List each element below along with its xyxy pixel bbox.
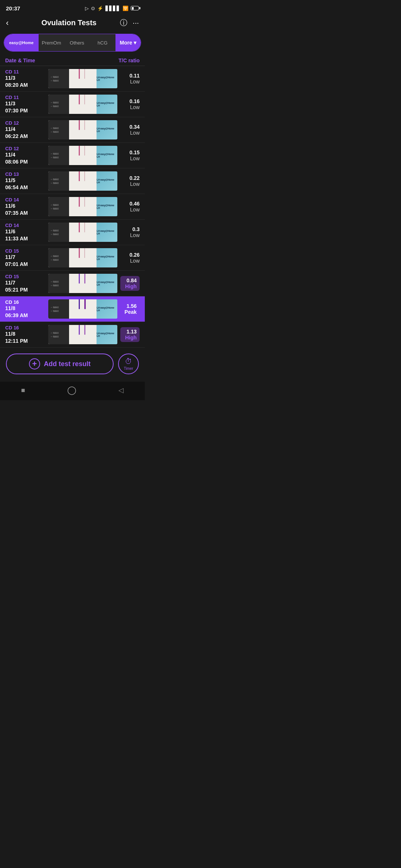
page-title: Ovulation Tests [18, 19, 120, 27]
test-row[interactable]: CD 1611/806:39 AM ←MAX ←MAX LH easy@Home… [0, 296, 145, 322]
ratio-value: 1.13 [123, 329, 137, 335]
nav-home-icon[interactable]: ◯ [67, 385, 76, 395]
timer-button[interactable]: ⏱ Timer [118, 354, 139, 374]
tab-bar: easy@Home PremOm Others hCG More ▾ [4, 34, 141, 52]
tab-more[interactable]: More ▾ [115, 34, 141, 51]
test-row[interactable]: CD 1111/307:30 PM ←MAX ←MAX LH easy@Home… [0, 92, 145, 117]
test-cd: CD 16 [5, 325, 45, 331]
test-strip-image: ←MAX ←MAX LH easy@Home LH [48, 197, 117, 216]
test-result: 0.34Low [120, 124, 140, 136]
add-test-button[interactable]: + Add test result [6, 354, 114, 374]
tab-hcg[interactable]: hCG [90, 34, 115, 51]
timer-icon: ⏱ [125, 357, 132, 366]
status-label: Low [120, 155, 140, 161]
ratio-value: 0.46 [120, 201, 140, 207]
test-strip-image: ←MAX ←MAX LH easy@Home LH [48, 171, 117, 191]
test-row[interactable]: CD 1511/707:01 AM ←MAX ←MAX LH easy@Home… [0, 245, 145, 271]
test-row-info: CD 1611/806:39 AM [5, 299, 45, 318]
test-strip-image: ←MAX ←MAX LH easy@Home LH [48, 325, 117, 344]
ratio-value: 0.34 [120, 124, 140, 130]
test-row[interactable]: CD 1211/408:06 PM ←MAX ←MAX LH easy@Home… [0, 143, 145, 168]
test-cd: CD 12 [5, 146, 45, 151]
tab-brand[interactable]: easy@Home [4, 34, 39, 51]
test-cd: CD 16 [5, 299, 45, 305]
tc-ratio-header: T/C ratio [118, 57, 140, 63]
footer: + Add test result ⏱ Timer [0, 348, 145, 382]
test-strip-image: ←MAX ←MAX LH easy@Home LH [48, 146, 117, 165]
test-datetime: 11/506:54 AM [5, 177, 45, 190]
test-row-info: CD 1511/707:01 AM [5, 248, 45, 267]
ratio-value: 1.56 [123, 303, 137, 309]
test-strip-image: ←MAX ←MAX LH easy@Home LH [48, 274, 117, 293]
test-list: CD 1111/308:20 AM ←MAX ←MAX LH easy@Home… [0, 66, 145, 348]
test-row[interactable]: CD 1411/611:33 AM ←MAX ←MAX LH easy@Home… [0, 220, 145, 245]
test-cd: CD 11 [5, 69, 45, 75]
test-strip-image: ←MAX ←MAX LH easy@Home LH [48, 120, 117, 139]
test-row-info: CD 1411/611:33 AM [5, 223, 45, 241]
test-strip-image: ←MAX ←MAX LH easy@Home LH [48, 299, 117, 319]
test-cd: CD 11 [5, 95, 45, 100]
test-cd: CD 13 [5, 171, 45, 177]
ratio-value: 0.84 [123, 277, 137, 283]
test-cd: CD 14 [5, 223, 45, 228]
test-row-info: CD 1411/607:35 AM [5, 197, 45, 216]
tab-others[interactable]: Others [64, 34, 90, 51]
test-row-info: CD 1511/705:21 PM [5, 274, 45, 293]
test-datetime: 11/611:33 AM [5, 228, 45, 241]
status-label: High [123, 283, 137, 289]
test-cd: CD 15 [5, 248, 45, 254]
camera-icon: ⊙ [91, 6, 95, 11]
test-row[interactable]: CD 1411/607:35 AM ←MAX ←MAX LH easy@Home… [0, 194, 145, 220]
info-button[interactable]: ⓘ [120, 18, 127, 28]
test-strip-image: ←MAX ←MAX LH easy@Home LH [48, 223, 117, 242]
test-result: 0.16Low [120, 98, 140, 110]
test-result: 0.46Low [120, 201, 140, 213]
test-datetime: 11/705:21 PM [5, 279, 45, 293]
ratio-value: 0.22 [120, 175, 140, 181]
test-row[interactable]: CD 1211/406:22 AM ←MAX ←MAX LH easy@Home… [0, 117, 145, 143]
test-datetime: 11/607:35 AM [5, 203, 45, 216]
play-icon: ▷ [85, 6, 89, 11]
test-row[interactable]: CD 1111/308:20 AM ←MAX ←MAX LH easy@Home… [0, 66, 145, 92]
status-label: Low [120, 207, 140, 213]
status-label: Low [120, 181, 140, 187]
test-datetime: 11/812:11 PM [5, 331, 45, 344]
signal-icon: ▋▋▋▋ [105, 6, 120, 11]
ratio-value: 0.26 [120, 252, 140, 258]
test-result: 0.15Low [120, 149, 140, 161]
add-icon: + [29, 358, 40, 369]
header: ‹ Ovulation Tests ⓘ ··· [0, 15, 145, 32]
chevron-down-icon: ▾ [134, 40, 136, 46]
test-datetime: 11/406:22 AM [5, 126, 45, 139]
nav-bar: ■ ◯ ◁ [0, 382, 145, 400]
ratio-value: 0.15 [120, 149, 140, 155]
bluetooth-icon: ⚡ [97, 6, 103, 11]
date-time-header: Date & Time [5, 57, 35, 63]
status-label: High [123, 335, 137, 341]
test-row-info: CD 1611/812:11 PM [5, 325, 45, 344]
nav-back-icon[interactable]: ◁ [118, 386, 124, 394]
nav-square-icon[interactable]: ■ [21, 387, 25, 394]
test-cd: CD 12 [5, 120, 45, 126]
test-row-info: CD 1311/506:54 AM [5, 171, 45, 190]
status-label: Low [120, 232, 140, 238]
status-icons: ▷ ⊙ ⚡ ▋▋▋▋ 🛜 [85, 6, 139, 11]
test-cd: CD 14 [5, 197, 45, 203]
tab-premium[interactable]: PremOm [39, 34, 64, 51]
back-button[interactable]: ‹ [6, 18, 18, 28]
table-header: Date & Time T/C ratio [0, 56, 145, 66]
test-result: 0.26Low [120, 252, 140, 264]
test-datetime: 11/707:01 AM [5, 254, 45, 267]
status-label: Low [120, 79, 140, 85]
test-row[interactable]: CD 1611/812:11 PM ←MAX ←MAX LH easy@Home… [0, 322, 145, 348]
test-strip-image: ←MAX ←MAX LH easy@Home LH [48, 95, 117, 114]
test-row[interactable]: CD 1311/506:54 AM ←MAX ←MAX LH easy@Home… [0, 168, 145, 194]
wifi-icon: 🛜 [123, 6, 128, 11]
status-label: Peak [123, 309, 137, 315]
test-row[interactable]: CD 1511/705:21 PM ←MAX ←MAX LH easy@Home… [0, 271, 145, 296]
ratio-value: 0.11 [120, 73, 140, 79]
test-strip-image: ←MAX ←MAX LH easy@Home LH [48, 69, 117, 88]
ratio-value: 0.3 [120, 226, 140, 232]
test-result: 1.56Peak [120, 302, 140, 316]
more-menu-button[interactable]: ··· [133, 19, 139, 27]
